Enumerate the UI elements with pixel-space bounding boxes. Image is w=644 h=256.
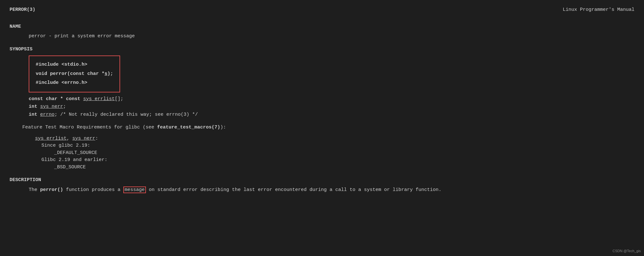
feature-since-value: _DEFAULT_SOURCE	[10, 150, 634, 157]
desc-perror-bold: perror()	[40, 187, 63, 193]
synopsis-extra-3: int errno; /* Not really declared this w…	[29, 111, 634, 119]
feature-section: Feature Test Macro Requirements for glib…	[10, 124, 634, 171]
synopsis-line-2: void perror(const char *s);	[36, 70, 113, 78]
feature-intro: Feature Test Macro Requirements for glib…	[10, 124, 634, 131]
synopsis-line-3: #include <errno.h>	[36, 79, 113, 87]
name-title: NAME	[10, 23, 634, 31]
watermark: CSDN @Tech_gis	[612, 248, 641, 254]
header-left: PERROR(3)	[10, 6, 35, 14]
synopsis-line-1: #include <stdio.h>	[36, 61, 113, 69]
desc-text-mid: function produces a	[63, 187, 123, 193]
description-section: DESCRIPTION The perror() function produc…	[10, 177, 634, 194]
desc-message-highlight: message	[123, 187, 146, 193]
header-right: Linux Programmer's Manual	[563, 6, 634, 14]
desc-text-end: on standard error describing the last er…	[146, 187, 441, 193]
feature-glibc-value: _BSD_SOURCE	[10, 164, 634, 171]
feature-since-label: Since glibc 2.19:	[10, 142, 634, 150]
desc-text-start: The	[29, 187, 40, 193]
synopsis-box: #include <stdio.h> void perror(const cha…	[29, 55, 120, 92]
header: PERROR(3) Linux Programmer's Manual	[10, 6, 634, 14]
feature-item: sys_errlist, sys_nerr:	[10, 135, 634, 143]
name-content: perror - print a system error message	[10, 33, 634, 40]
feature-glibc-label: Glibc 2.19 and earlier:	[10, 157, 634, 164]
synopsis-section: SYNOPSIS #include <stdio.h> void perror(…	[10, 46, 634, 119]
name-section: NAME perror - print a system error messa…	[10, 23, 634, 40]
synopsis-title: SYNOPSIS	[10, 46, 634, 53]
description-content: The perror() function produces a message…	[10, 187, 634, 194]
description-title: DESCRIPTION	[10, 177, 634, 184]
synopsis-extra-1: const char * const sys_errlist[];	[29, 96, 634, 103]
synopsis-extra-2: int sys_nerr;	[29, 103, 634, 111]
synopsis-extra: const char * const sys_errlist[]; int sy…	[10, 96, 634, 119]
